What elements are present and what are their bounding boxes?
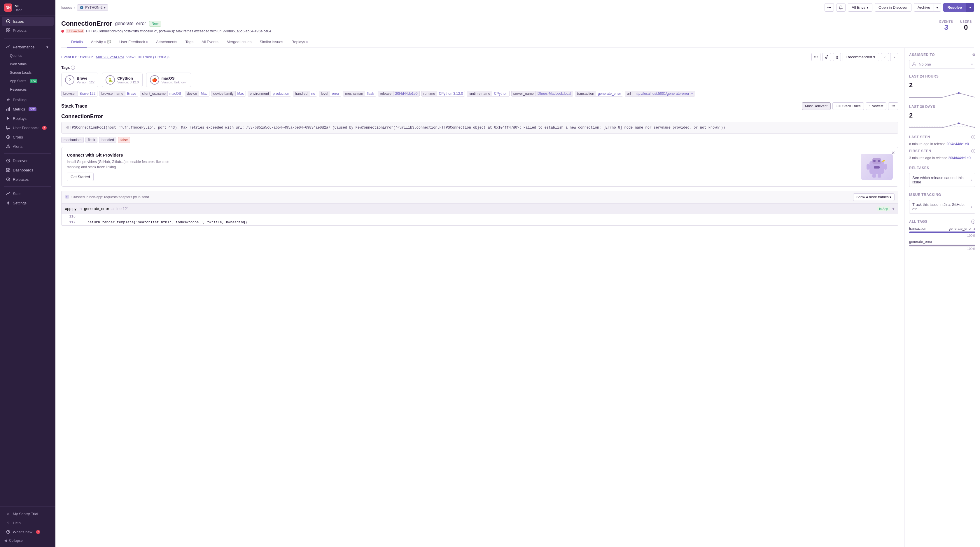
event-next-button[interactable]: › <box>890 53 898 61</box>
all-tags-info-icon[interactable]: i <box>971 219 975 224</box>
sidebar-item-projects[interactable]: Projects <box>2 26 54 35</box>
sidebar-item-resources[interactable]: Resources <box>2 86 54 94</box>
users-count: 0 <box>960 23 972 32</box>
event-date-link[interactable]: Mar 28, 2:34 PM <box>96 55 124 59</box>
breadcrumb-issues-link[interactable]: Issues <box>61 5 72 10</box>
all-envs-button[interactable]: All Envs ▾ <box>848 3 872 12</box>
tab-similar-issues[interactable]: Similar Issues <box>256 37 287 48</box>
svg-rect-3 <box>8 29 10 30</box>
sidebar-item-discover[interactable]: Discover <box>2 156 54 165</box>
first-seen-info-icon[interactable]: i <box>971 149 975 153</box>
last-seen-release-link[interactable]: 20f4d44de1e0 <box>947 142 969 146</box>
notification-button[interactable] <box>836 3 846 12</box>
last-30d-label: Last 30 Days <box>909 105 975 109</box>
sidebar-item-whats-new[interactable]: What's new 7 <box>2 528 54 536</box>
link-button[interactable] <box>822 53 831 61</box>
sidebar-collapse-button[interactable]: ◀ Collapse <box>0 536 56 545</box>
sidebar-item-alerts[interactable]: Alerts <box>2 142 54 151</box>
frame-expand-button[interactable]: ▾ <box>892 206 894 211</box>
most-relevant-button[interactable]: Most Relevant <box>802 102 830 110</box>
first-seen-release-link[interactable]: 20f4d44de1e0 <box>948 156 970 160</box>
svg-point-24 <box>8 202 9 204</box>
stack-more-button[interactable]: ••• <box>888 102 898 110</box>
sidebar-item-dashboards[interactable]: Dashboards <box>2 165 54 174</box>
issue-id-badge[interactable]: PYTHON-2 ▾ <box>77 4 108 11</box>
tab-merged-issues[interactable]: Merged Issues <box>223 37 256 48</box>
tag-runtime: runtimeCPython 3.12.0 <box>422 91 465 97</box>
assigned-row[interactable]: No one ▾ <box>909 60 975 68</box>
assigned-title: Assigned To <box>909 53 935 57</box>
sidebar-item-app-starts[interactable]: App Starts new <box>2 77 54 85</box>
profiling-icon <box>6 97 11 102</box>
whats-new-badge: 7 <box>36 530 41 534</box>
event-more-button[interactable]: ••• <box>811 53 821 61</box>
newest-button[interactable]: ↕ Newest <box>865 102 886 110</box>
get-started-button[interactable]: Get Started <box>67 173 94 181</box>
sidebar-item-releases[interactable]: Releases <box>2 175 54 184</box>
sidebar-item-replays[interactable]: Replays <box>2 114 54 123</box>
browser-cpython: 🐍 CPython Version: 3.12.0 <box>102 73 142 87</box>
tag-transaction: transactiongenerate_error <box>575 91 623 97</box>
tab-all-events[interactable]: All Events <box>197 37 223 48</box>
svg-rect-33 <box>867 164 869 170</box>
sidebar-item-web-vitals[interactable]: Web Vitals <box>2 60 54 68</box>
sidebar-item-queries[interactable]: Queries <box>2 52 54 60</box>
last-24h-value: 2 <box>909 81 975 89</box>
sidebar-item-screen-loads[interactable]: Screen Loads <box>2 68 54 77</box>
issue-stats: EVENTS 3 USERS 0 <box>939 20 974 32</box>
more-actions-button[interactable]: ••• <box>824 3 834 12</box>
tab-attachments[interactable]: Attachments <box>152 37 181 48</box>
svg-rect-11 <box>8 108 9 111</box>
feedback-count-badge: 8 <box>42 126 47 130</box>
sidebar-item-stats[interactable]: Stats <box>2 189 54 198</box>
issue-tracking-link-row[interactable]: Track this issue in Jira, GitHub, etc. › <box>909 200 975 214</box>
issue-tracking-title: Issue Tracking <box>909 193 941 197</box>
tab-details[interactable]: Details <box>67 37 87 48</box>
tag-expand-icon[interactable]: ▴ <box>974 227 975 231</box>
view-trace-link[interactable]: View Full Trace (1 issue) › <box>126 55 169 59</box>
svg-rect-34 <box>884 164 887 170</box>
sidebar-item-user-feedback[interactable]: User Feedback 8 <box>2 123 54 132</box>
tag-bar-generate-error-label: generate_error <box>909 240 975 244</box>
sidebar-item-performance[interactable]: Performance ▾ <box>2 43 54 51</box>
tab-user-feedback[interactable]: User Feedback 0 <box>115 37 152 48</box>
frame-header: P Crashed in non-app: requests/adapters.… <box>61 191 898 204</box>
tag-release: release20f4d44de1e0 <box>378 91 420 97</box>
last-24h-section: Last 24 Hours 2 <box>909 74 975 99</box>
stack-actions: Most Relevant Full Stack Trace ↕ Newest … <box>802 102 898 110</box>
sidebar-item-label: User Feedback <box>13 126 38 130</box>
last-seen-info-icon[interactable]: i <box>971 135 975 139</box>
sidebar-item-settings[interactable]: Settings <box>2 199 54 207</box>
svg-text:P: P <box>66 196 67 198</box>
git-box-close-button[interactable]: ✕ <box>891 150 895 156</box>
sidebar-item-label: Releases <box>13 177 29 182</box>
sidebar-item-issues[interactable]: Issues <box>2 17 54 25</box>
tab-tags[interactable]: Tags <box>181 37 197 48</box>
tag-browser: browserBrave 122 <box>61 91 97 97</box>
sidebar-item-help[interactable]: ? Help <box>2 518 54 527</box>
tab-replays[interactable]: Replays 0 <box>287 37 312 48</box>
org-info: Nil Dhee <box>14 4 22 12</box>
tags-info-icon[interactable]: i <box>71 65 75 70</box>
sidebar-item-profiling[interactable]: Profiling <box>2 95 54 104</box>
recommended-button[interactable]: Recommended ▾ <box>843 53 879 61</box>
settings-icon-small[interactable]: ⚙ <box>972 53 975 57</box>
tab-activity[interactable]: Activity 0 💬 <box>87 37 115 48</box>
resolve-button[interactable]: Resolve <box>943 3 966 12</box>
full-stack-trace-button[interactable]: Full Stack Trace <box>832 102 864 110</box>
macos-icon: 🍎 <box>150 75 159 84</box>
sidebar-item-my-sentry-trial[interactable]: ○ My Sentry Trial <box>2 509 54 518</box>
breadcrumb-sep: › <box>74 5 75 10</box>
sidebar-item-crons[interactable]: Crons <box>2 133 54 142</box>
resolve-dropdown-button[interactable]: ▾ <box>966 3 974 12</box>
sidebar-item-metrics[interactable]: Metrics beta <box>2 105 54 113</box>
events-count: 3 <box>939 23 953 32</box>
releases-link-row[interactable]: See which release caused this issue › <box>909 173 975 187</box>
json-button[interactable]: {} <box>833 53 841 61</box>
archive-dropdown-button[interactable]: ▾ <box>934 3 941 12</box>
open-in-discover-button[interactable]: Open in Discover <box>875 3 912 12</box>
svg-point-31 <box>878 160 880 162</box>
event-prev-button[interactable]: ‹ <box>881 53 889 61</box>
archive-button[interactable]: Archive <box>914 3 934 12</box>
show-more-frames-button[interactable]: Show 4 more frames ▾ <box>853 193 894 201</box>
